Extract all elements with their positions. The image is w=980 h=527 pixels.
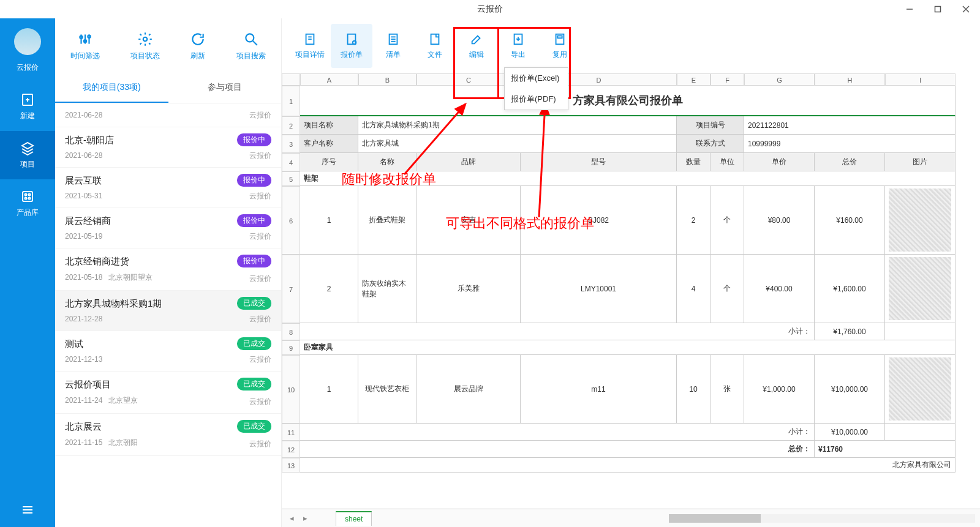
cell[interactable]: 2	[677, 186, 710, 255]
cell[interactable]: 北方家具城	[358, 135, 677, 153]
project-item[interactable]: 北方家具城物料采购1期2021-12-28已成交云报价	[55, 291, 281, 331]
project-date: 2021-05-31	[65, 192, 102, 200]
tool-status[interactable]: 项目状态	[130, 31, 160, 61]
cell[interactable]	[885, 255, 956, 323]
export-pdf[interactable]: 报价单(PDF)	[505, 89, 568, 110]
cell[interactable]: 防灰收纳实木鞋架	[358, 255, 417, 323]
content-tool-1[interactable]: 报价单	[331, 24, 372, 68]
tool-time-filter[interactable]: 时间筛选	[70, 31, 100, 61]
cell[interactable]: 安吉	[417, 186, 521, 255]
window-close[interactable]	[952, 0, 980, 18]
project-item[interactable]: 展云互联2021-05-31报价中云报价	[55, 168, 281, 208]
tool-icon	[470, 32, 483, 46]
cell[interactable]: ¥80.00	[744, 186, 815, 255]
cell[interactable]: 10	[677, 355, 710, 424]
cell[interactable]: 1	[300, 355, 358, 424]
nav-app[interactable]: 云报价	[0, 60, 55, 83]
cell[interactable]: 4	[677, 255, 710, 323]
cell[interactable]: m11	[521, 355, 677, 424]
nav-product[interactable]: 产品库	[0, 179, 55, 228]
cell[interactable]: 北方家具有限公司	[300, 458, 956, 473]
tool-label: 复用	[552, 50, 567, 60]
cell[interactable]	[885, 323, 956, 340]
sheet-tab[interactable]: sheet	[336, 511, 372, 526]
cell[interactable]: ¥1,000.00	[744, 355, 815, 424]
cell[interactable]	[885, 355, 956, 424]
cell[interactable]: 折叠式鞋架	[358, 186, 417, 255]
h-scrollbar[interactable]	[669, 514, 975, 523]
cell[interactable]: 卧室家具	[300, 340, 956, 355]
cell[interactable]: ¥1,600.00	[815, 255, 885, 323]
nav-new[interactable]: 新建	[0, 83, 55, 131]
project-item[interactable]: 北京经销商进货2021-05-18北京朝阳望京报价中云报价	[55, 249, 281, 291]
cell[interactable]: 小计：	[300, 424, 815, 441]
window-maximize[interactable]	[924, 0, 952, 18]
cell[interactable]: 单位	[710, 153, 744, 171]
project-item[interactable]: 测试2021-12-13已成交云报价	[55, 331, 281, 372]
cell[interactable]: 项目名称	[300, 116, 358, 135]
cell[interactable]: 方家具有限公司报价单	[300, 86, 956, 116]
cell[interactable]: 展云品牌	[417, 355, 521, 424]
cell[interactable]: 鞋架	[300, 171, 956, 186]
cell[interactable]: 总价：	[300, 441, 815, 458]
cell[interactable]: ¥400.00	[744, 255, 815, 323]
project-item[interactable]: 展云经销商2021-05-19报价中云报价	[55, 208, 281, 249]
nav-project[interactable]: 项目	[0, 131, 55, 179]
cell[interactable]	[885, 424, 956, 441]
tab-my-projects[interactable]: 我的项目(33项)	[55, 73, 168, 103]
cell[interactable]: 图片	[885, 153, 956, 171]
export-excel[interactable]: 报价单(Excel)	[505, 68, 568, 89]
cell[interactable]: 单价	[744, 153, 815, 171]
project-item[interactable]: 北京-朝阳店2021-06-28报价中云报价	[55, 127, 281, 168]
cell[interactable]: 乐美雅	[417, 255, 521, 323]
cell[interactable]: 北方家具城物料采购1期	[358, 116, 677, 135]
tool-search[interactable]: 项目搜索	[236, 31, 266, 61]
cell[interactable]: 1	[300, 186, 358, 255]
cell[interactable]: 总价	[815, 153, 885, 171]
cell[interactable]: 现代铁艺衣柜	[358, 355, 417, 424]
avatar[interactable]	[14, 28, 41, 55]
project-list[interactable]: 2021-06-28云报价北京-朝阳店2021-06-28报价中云报价展云互联2…	[55, 103, 281, 527]
sheet-prev[interactable]: ◂	[287, 514, 296, 523]
corner[interactable]	[282, 73, 300, 86]
cell[interactable]: 个	[710, 255, 744, 323]
content-tool-3[interactable]: 文件	[414, 24, 456, 68]
cell[interactable]: ¥10,000.00	[815, 355, 885, 424]
cell[interactable]: 序号	[300, 153, 358, 171]
cell[interactable]: ¥1,760.00	[815, 323, 885, 340]
cell[interactable]: 数量	[677, 153, 710, 171]
project-item[interactable]: 2021-06-28云报价	[55, 103, 281, 127]
cell[interactable]: ¥10,000.00	[815, 424, 885, 441]
cell[interactable]: ¥11760	[815, 441, 956, 458]
cell[interactable]: LMY10001	[521, 255, 677, 323]
status-badge: 已成交	[237, 378, 271, 391]
cell[interactable]	[885, 186, 956, 255]
cell[interactable]: 个	[710, 186, 744, 255]
content-tool-2[interactable]: 清单	[372, 24, 414, 68]
sheet-next[interactable]: ▸	[300, 514, 310, 523]
cell[interactable]: 品牌	[417, 153, 521, 171]
tool-refresh[interactable]: 刷新	[190, 31, 206, 61]
cell[interactable]: 2	[300, 255, 358, 323]
cell[interactable]: 项目编号	[677, 116, 744, 135]
project-item[interactable]: 北京展云2021-11-15北京朝阳已成交云报价	[55, 414, 281, 456]
tab-joined-projects[interactable]: 参与项目	[168, 73, 282, 103]
content-tool-6[interactable]: 复用	[539, 24, 581, 68]
cell[interactable]: 联系方式	[677, 135, 744, 153]
nav-product-label: 产品库	[17, 207, 39, 218]
cell[interactable]: BJ082	[521, 186, 677, 255]
cell[interactable]: 小计：	[300, 323, 815, 340]
cell[interactable]: 名称	[358, 153, 417, 171]
cell[interactable]: 张	[710, 355, 744, 424]
cell[interactable]: 2021122801	[744, 116, 956, 135]
cell[interactable]: 型号	[521, 153, 677, 171]
cell[interactable]: 客户名称	[300, 135, 358, 153]
content-tool-0[interactable]: 项目详情	[289, 24, 331, 68]
nav-menu[interactable]	[0, 493, 55, 527]
content-tool-5[interactable]: 导出	[497, 24, 539, 68]
content-tool-4[interactable]: 编辑	[456, 24, 497, 68]
cell[interactable]: 10999999	[744, 135, 956, 153]
cell[interactable]: ¥160.00	[815, 186, 885, 255]
window-minimize[interactable]	[895, 0, 924, 18]
project-item[interactable]: 云报价项目2021-11-24北京望京已成交云报价	[55, 372, 281, 414]
